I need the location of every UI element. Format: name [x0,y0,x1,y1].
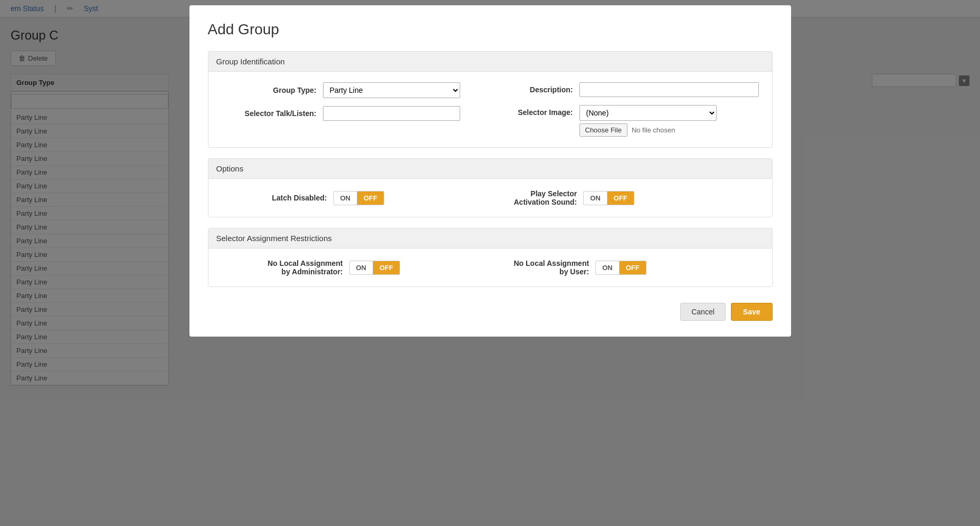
selector-image-select[interactable]: (None) Option 1 Option 2 [579,105,717,121]
admin-off-button[interactable]: OFF [373,261,399,274]
admin-toggle: ON OFF [349,261,401,275]
latch-off-button[interactable]: OFF [357,192,384,205]
modal-title: Add Group [208,21,773,38]
section-body-options: Latch Disabled: ON OFF Play Selector Act… [208,179,772,217]
play-selector-toggle: ON OFF [583,191,634,205]
play-selector-on-button[interactable]: ON [584,192,607,205]
no-local-user-label: No Local Assignment by User: [514,259,589,276]
description-input[interactable] [579,82,759,97]
play-selector-off-button[interactable]: OFF [607,192,634,205]
selector-talk-input[interactable]: Conference [323,106,460,121]
file-input-area: Choose File No file chosen [579,123,717,137]
no-file-text: No file chosen [632,126,675,134]
selector-talk-label: Selector Talk/Listen: [222,109,317,118]
no-local-admin-label: No Local Assignment by Administrator: [222,259,343,276]
user-off-button[interactable]: OFF [620,261,646,274]
cancel-button[interactable]: Cancel [680,303,726,321]
section-header-restrictions: Selector Assignment Restrictions [208,228,772,248]
play-selector-label: Play Selector Activation Sound: [514,189,577,206]
user-toggle: ON OFF [595,261,646,275]
section-body-identification: Group Type: Party Line Conference Distri… [208,72,772,147]
group-type-select[interactable]: Party Line Conference Distribution [323,82,460,98]
user-on-button[interactable]: ON [596,261,620,274]
section-header-identification: Group Identification [208,52,772,72]
latch-disabled-label: Latch Disabled: [222,194,327,202]
admin-on-button[interactable]: ON [350,261,374,274]
modal-footer: Cancel Save [208,298,773,321]
selector-image-label: Selector Image: [489,108,573,117]
save-button[interactable]: Save [731,303,773,321]
group-identification-section: Group Identification Group Type: Party L… [208,51,773,148]
section-header-options: Options [208,159,772,179]
choose-file-button[interactable]: Choose File [579,123,627,137]
restrictions-section: Selector Assignment Restrictions No Loca… [208,228,773,287]
modal-overlay: Add Group Group Identification Group Typ… [0,0,980,526]
modal-dialog: Add Group Group Identification Group Typ… [189,5,791,337]
description-label: Description: [489,85,573,94]
section-body-restrictions: No Local Assignment by Administrator: ON… [208,248,772,286]
latch-on-button[interactable]: ON [334,192,358,205]
latch-toggle: ON OFF [334,191,385,205]
options-section: Options Latch Disabled: ON OFF Play [208,158,773,217]
group-type-label: Group Type: [222,86,317,94]
